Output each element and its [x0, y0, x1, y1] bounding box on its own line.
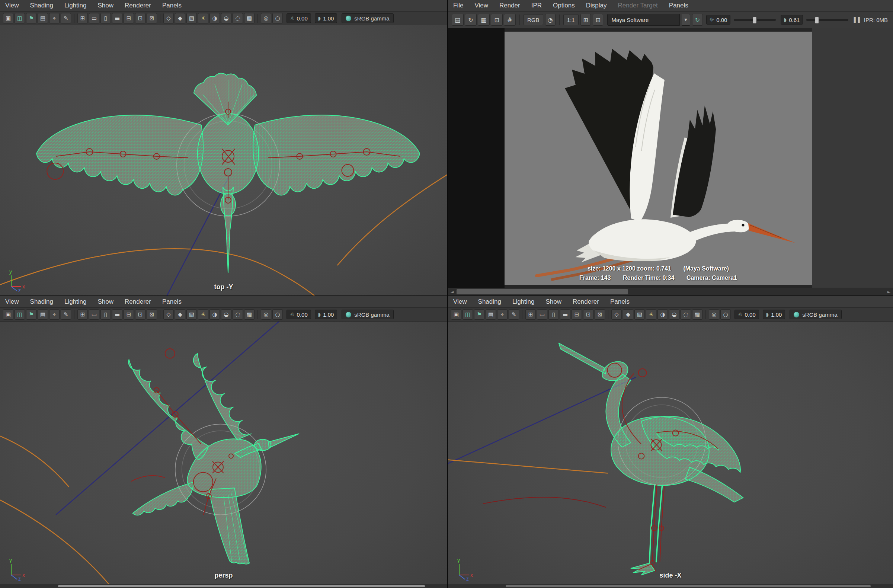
menu-view[interactable]: View — [474, 2, 488, 9]
anti-alias-icon[interactable]: ▩ — [692, 309, 702, 320]
field-chart-icon[interactable]: ⊟ — [123, 309, 134, 320]
exposure-field[interactable]: ☼ 0.00 — [287, 310, 311, 319]
viewport-canvas-persp[interactable]: y x z persp — [0, 322, 447, 584]
exposure-slider-thumb[interactable] — [753, 17, 757, 24]
ambient-occlusion-icon[interactable]: ◒ — [221, 309, 232, 320]
shadows-icon[interactable]: ◑ — [209, 309, 220, 320]
two-d-pan-zoom-icon[interactable]: ⌖ — [49, 13, 60, 23]
bookmark-icon[interactable]: ⚑ — [26, 13, 36, 23]
menu-renderer[interactable]: Renderer — [125, 2, 151, 9]
safe-action-icon[interactable]: ⊡ — [135, 13, 146, 23]
menu-panels[interactable]: Panels — [610, 298, 630, 305]
isolate-select-icon[interactable]: ◎ — [261, 13, 271, 23]
textured-icon[interactable]: ▧ — [634, 309, 645, 320]
select-camera-icon[interactable]: ▣ — [3, 13, 14, 23]
renderer-select[interactable]: Maya Software — [607, 14, 680, 26]
wireframe-icon[interactable]: ◇ — [611, 309, 622, 320]
scroll-right-icon[interactable]: ► — [885, 288, 893, 295]
scrollbar-thumb[interactable] — [506, 585, 870, 587]
render-horizontal-scrollbar[interactable]: ◄ ► — [448, 288, 893, 295]
redo-previous-render-icon[interactable]: ↻ — [465, 14, 477, 26]
resolution-gate-icon[interactable]: ▯ — [549, 309, 559, 320]
anti-alias-icon[interactable]: ▩ — [244, 309, 254, 320]
grease-pencil-icon[interactable]: ✎ — [61, 309, 71, 320]
menu-panels[interactable]: Panels — [162, 2, 182, 9]
gamma-field[interactable]: ◗ 1.00 — [315, 310, 337, 319]
use-all-lights-icon[interactable]: ☀ — [198, 13, 208, 23]
use-all-lights-icon[interactable]: ☀ — [646, 309, 656, 320]
menu-shading[interactable]: Shading — [30, 298, 53, 305]
grid-icon[interactable]: ⊞ — [525, 309, 536, 320]
menu-show[interactable]: Show — [98, 2, 114, 9]
render-region-icon[interactable]: ⊡ — [491, 14, 503, 26]
menu-view[interactable]: View — [5, 298, 19, 305]
menu-file[interactable]: File — [453, 2, 463, 9]
gate-mask-icon[interactable]: ▬ — [560, 309, 570, 320]
menu-lighting[interactable]: Lighting — [65, 2, 87, 9]
ipr-render-icon[interactable]: ▦ — [478, 14, 490, 26]
menu-show[interactable]: Show — [98, 298, 114, 305]
xray-icon[interactable]: ○ — [272, 309, 283, 320]
smooth-shade-icon[interactable]: ◆ — [175, 13, 185, 23]
textured-icon[interactable]: ▧ — [186, 309, 197, 320]
menu-show[interactable]: Show — [546, 298, 562, 305]
shadows-icon[interactable]: ◑ — [209, 13, 220, 23]
grid-icon[interactable]: ⊞ — [77, 309, 88, 320]
safe-title-icon[interactable]: ⊠ — [147, 13, 157, 23]
xray-icon[interactable]: ○ — [272, 13, 283, 23]
persp-bottom-scrollbar[interactable] — [0, 584, 447, 588]
grid-icon[interactable]: ⊞ — [77, 13, 88, 23]
use-all-lights-icon[interactable]: ☀ — [198, 309, 208, 320]
gamma-field[interactable]: ◗ 1.00 — [315, 14, 337, 23]
menu-renderer[interactable]: Renderer — [573, 298, 599, 305]
menu-lighting[interactable]: Lighting — [65, 298, 87, 305]
chevron-down-icon[interactable]: ▼ — [682, 14, 691, 26]
wireframe-icon[interactable]: ◇ — [163, 309, 174, 320]
isolate-select-icon[interactable]: ◎ — [709, 309, 719, 320]
two-d-pan-zoom-icon[interactable]: ⌖ — [49, 309, 60, 320]
ambient-occlusion-icon[interactable]: ◒ — [669, 309, 680, 320]
wireframe-icon[interactable]: ◇ — [163, 13, 174, 23]
lock-camera-icon[interactable]: ◫ — [15, 13, 25, 23]
safe-title-icon[interactable]: ⊠ — [595, 309, 605, 320]
scrollbar-thumb[interactable] — [457, 289, 628, 294]
xray-icon[interactable]: ○ — [720, 309, 731, 320]
scrollbar-track[interactable] — [456, 288, 885, 295]
image-plane-icon[interactable]: ▤ — [38, 13, 48, 23]
menu-render[interactable]: Render — [499, 2, 520, 9]
menu-display[interactable]: Display — [586, 2, 607, 9]
resolution-gate-icon[interactable]: ▯ — [101, 309, 111, 320]
resolution-gate-icon[interactable]: ▯ — [101, 13, 111, 23]
contrast-slider-thumb[interactable] — [815, 17, 819, 24]
shadows-icon[interactable]: ◑ — [657, 309, 668, 320]
render-contrast-field[interactable]: ◗ 0.61 — [781, 15, 803, 24]
render-exposure-field[interactable]: ☼ 0.00 — [706, 15, 731, 24]
gate-mask-icon[interactable]: ▬ — [112, 309, 122, 320]
grease-pencil-icon[interactable]: ✎ — [61, 13, 71, 23]
viewport-canvas-side[interactable]: y x z side -X — [448, 322, 893, 584]
exposure-slider[interactable] — [734, 19, 776, 21]
safe-action-icon[interactable]: ⊡ — [135, 309, 146, 320]
snapshot-icon[interactable]: # — [504, 14, 516, 26]
image-plane-icon[interactable]: ▤ — [486, 309, 496, 320]
safe-title-icon[interactable]: ⊠ — [147, 309, 157, 320]
ambient-occlusion-icon[interactable]: ◒ — [221, 13, 232, 23]
anti-alias-icon[interactable]: ▩ — [244, 13, 254, 23]
colorspace-select[interactable]: sRGB gamma — [789, 310, 841, 319]
select-camera-icon[interactable]: ▣ — [3, 309, 14, 320]
smooth-shade-icon[interactable]: ◆ — [623, 309, 633, 320]
viewport-canvas-top[interactable]: y x z top -Y — [0, 25, 447, 295]
image-plane-icon[interactable]: ▤ — [38, 309, 48, 320]
colorspace-select[interactable]: sRGB gamma — [341, 310, 393, 319]
two-d-pan-zoom-icon[interactable]: ⌖ — [497, 309, 508, 320]
scrollbar-thumb[interactable] — [58, 585, 425, 587]
gate-mask-icon[interactable]: ▬ — [112, 13, 122, 23]
refresh-render-icon[interactable]: ↻ — [692, 14, 702, 26]
menu-panels[interactable]: Panels — [669, 2, 689, 9]
menu-options[interactable]: Options — [553, 2, 575, 9]
keep-image-icon[interactable]: ⊞ — [580, 14, 591, 26]
exposure-field[interactable]: ☼ 0.00 — [287, 14, 311, 23]
textured-icon[interactable]: ▧ — [186, 13, 197, 23]
bookmark-icon[interactable]: ⚑ — [26, 309, 36, 320]
lock-camera-icon[interactable]: ◫ — [15, 309, 25, 320]
